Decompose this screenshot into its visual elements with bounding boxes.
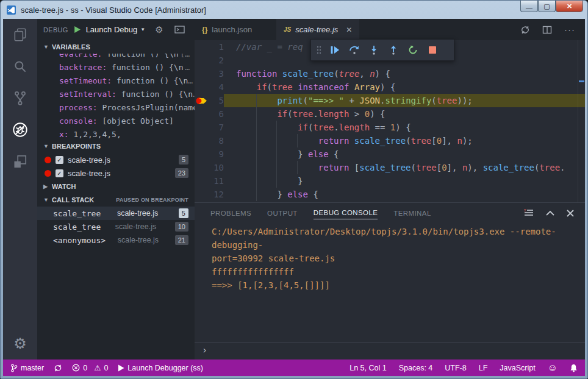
git-branch-item[interactable]: master: [10, 364, 44, 372]
code-line-content[interactable]: print("==>> " + JSON.stringify(tree));: [224, 94, 585, 107]
source-control-icon[interactable]: [3, 82, 37, 114]
gutter-breakpoint-column[interactable]: [195, 188, 208, 201]
indentation-item[interactable]: Spaces: 4: [399, 364, 433, 372]
watch-section-header[interactable]: ▶ WATCH: [37, 180, 195, 193]
call-stack-frame[interactable]: scale_treescale-tree.js10: [37, 220, 195, 233]
split-editor-icon[interactable]: [542, 25, 552, 35]
code-line[interactable]: 6if(tree.length > 0) {: [195, 107, 585, 121]
gutter-breakpoint-column[interactable]: [195, 121, 208, 134]
gutter-breakpoint-column[interactable]: [195, 107, 208, 121]
restart-icon[interactable]: [405, 42, 421, 58]
gutter-breakpoint-column[interactable]: [195, 40, 208, 54]
start-debug-icon[interactable]: [73, 26, 81, 34]
breakpoint-row[interactable]: ✓scale-tree.js5: [37, 153, 195, 166]
breakpoints-section-header[interactable]: ▼ BREAKPOINTS: [37, 140, 195, 153]
code-line[interactable]: 9} else {: [195, 147, 585, 161]
debug-console-input[interactable]: ›: [195, 342, 585, 358]
overview-ruler[interactable]: [578, 40, 585, 202]
code-line-content[interactable]: } else {: [224, 188, 585, 201]
gutter-breakpoint-column[interactable]: [195, 161, 208, 174]
more-actions-icon[interactable]: ···: [564, 24, 575, 35]
code-line-content[interactable]: return scale_tree(tree[0], n);: [224, 134, 585, 147]
close-tab-icon[interactable]: ✕: [346, 26, 352, 34]
variables-section-header[interactable]: ▼ VARIABLES: [37, 40, 195, 54]
clear-console-icon[interactable]: [524, 209, 534, 218]
gutter-breakpoint-column[interactable]: [195, 174, 208, 188]
launch-debugger-item[interactable]: Launch Debugger (ss): [118, 364, 203, 372]
code-line[interactable]: 5print("==>> " + JSON.stringify(tree));: [195, 94, 585, 107]
problems-status-item[interactable]: 0 ⚠ 0: [72, 363, 108, 372]
code-line-content[interactable]: if(tree.length > 0) {: [224, 107, 585, 121]
continue-icon[interactable]: [327, 42, 343, 58]
debug-icon[interactable]: [3, 114, 37, 146]
variable-row[interactable]: process: ProcessJsPlugin(name…: [37, 101, 195, 115]
settings-gear-icon[interactable]: ⚙: [3, 331, 37, 356]
sync-status-item[interactable]: [54, 364, 62, 372]
call-stack-frame[interactable]: scale_treescale-tree.js5: [37, 207, 195, 220]
code-line-content[interactable]: }: [224, 174, 585, 188]
maximize-button[interactable]: ▢: [538, 1, 556, 12]
code-line[interactable]: 3function scale_tree(tree, n) {: [195, 67, 585, 80]
maximize-panel-icon[interactable]: [546, 210, 554, 216]
cursor-position-item[interactable]: Ln 5, Col 1: [350, 364, 386, 372]
code-line[interactable]: 11}: [195, 174, 585, 188]
eol-item[interactable]: LF: [479, 364, 488, 372]
variable-row[interactable]: setInterval: function () {\n…: [37, 88, 195, 101]
code-line-content[interactable]: } else {: [224, 147, 585, 161]
variable-row[interactable]: x: 1,2,3,4,5,: [37, 128, 195, 140]
breakpoint-checkbox[interactable]: ✓: [56, 156, 63, 164]
gutter-breakpoint-column[interactable]: [195, 54, 208, 67]
code-line[interactable]: 12} else {: [195, 188, 585, 201]
drag-handle-icon[interactable]: [315, 46, 323, 54]
debug-config-dropdown[interactable]: Launch Debug▼: [86, 25, 146, 34]
variable-row[interactable]: setTimeout: function () {\n…: [37, 74, 195, 88]
language-mode-item[interactable]: JavaScript: [500, 364, 535, 372]
tab-problems[interactable]: PROBLEMS: [210, 207, 251, 219]
code-line-content[interactable]: if(tree.length == 1) {: [224, 121, 585, 134]
tab-launch-json[interactable]: {} launch.json: [195, 19, 276, 40]
code-line[interactable]: 4if(tree instanceof Array) {: [195, 80, 585, 94]
variable-row[interactable]: console: [object Object]: [37, 115, 195, 128]
gutter-breakpoint-column[interactable]: [195, 147, 208, 161]
code-line-content[interactable]: function scale_tree(tree, n) {: [224, 67, 585, 80]
explorer-icon[interactable]: [3, 19, 37, 51]
configure-gear-icon[interactable]: ⚙: [155, 24, 163, 35]
notifications-bell-icon[interactable]: [570, 364, 578, 372]
gutter-breakpoint-column[interactable]: [195, 80, 208, 94]
close-panel-icon[interactable]: [567, 210, 574, 217]
sync-icon[interactable]: [520, 25, 530, 35]
console-prompt: ›: [202, 345, 207, 356]
tab-output[interactable]: OUTPUT: [267, 207, 298, 219]
call-stack-frame[interactable]: <anonymous>scale-tree.js21: [37, 233, 195, 247]
step-out-icon[interactable]: [385, 42, 401, 58]
gutter-breakpoint-column[interactable]: [195, 134, 208, 147]
close-button[interactable]: ✕: [556, 1, 583, 12]
step-into-icon[interactable]: [366, 42, 382, 58]
feedback-smiley-icon[interactable]: ☺: [548, 363, 558, 374]
debug-console-toggle-icon[interactable]: [174, 26, 185, 34]
tab-debug-console[interactable]: DEBUG CONSOLE: [314, 207, 378, 219]
current-statement-breakpoint-icon[interactable]: [195, 94, 208, 107]
code-editor[interactable]: 1//var _ = req23function scale_tree(tree…: [195, 40, 585, 202]
breakpoint-checkbox[interactable]: ✓: [56, 169, 63, 177]
encoding-item[interactable]: UTF-8: [445, 364, 466, 372]
stop-icon[interactable]: [425, 42, 440, 58]
call-stack-section-header[interactable]: ▼ CALL STACK PAUSED ON BREAKPOINT: [37, 193, 195, 207]
code-line[interactable]: 8return scale_tree(tree[0], n);: [195, 134, 585, 147]
code-line[interactable]: 7if(tree.length == 1) {: [195, 121, 585, 134]
tab-scale-tree-js[interactable]: JS scale-tree.js ✕: [276, 19, 359, 40]
gutter-breakpoint-column[interactable]: [195, 67, 208, 80]
code-line-content[interactable]: return [scale_tree(tree[0], n), scale_tr…: [224, 161, 585, 174]
line-number: 2: [208, 54, 224, 67]
code-line-content[interactable]: if(tree instanceof Array) {: [224, 80, 585, 94]
vscode-logo-icon: [6, 5, 16, 15]
search-icon[interactable]: [3, 51, 37, 82]
variable-row[interactable]: backtrace: function () {\n…: [37, 61, 195, 74]
code-line[interactable]: 10return [scale_tree(tree[0], n), scale_…: [195, 161, 585, 174]
variable-row[interactable]: evalFile: function () {\n[…: [37, 54, 195, 61]
step-over-icon[interactable]: [346, 42, 362, 58]
extensions-icon[interactable]: [3, 146, 37, 177]
minimize-button[interactable]: —: [520, 1, 538, 12]
tab-terminal[interactable]: TERMINAL: [393, 207, 431, 219]
breakpoint-row[interactable]: ✓scale-tree.js23: [37, 166, 195, 180]
